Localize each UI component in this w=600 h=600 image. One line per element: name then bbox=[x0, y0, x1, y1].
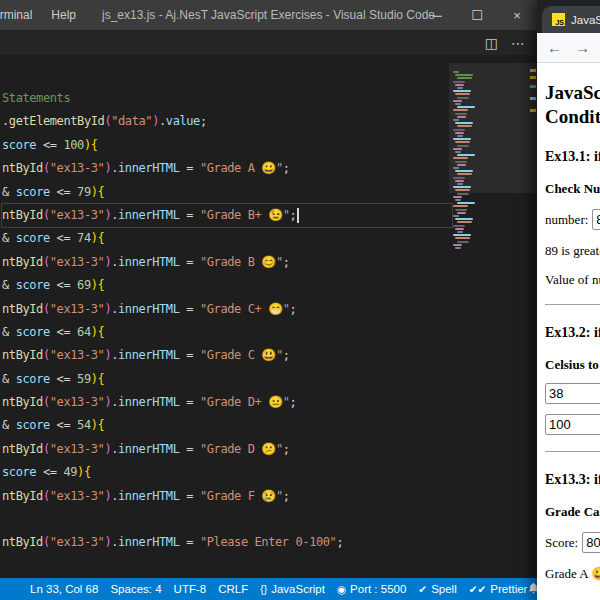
code-editor[interactable]: Statements.getElementById("data").value;… bbox=[0, 57, 537, 578]
minimap-line bbox=[453, 148, 462, 150]
number-label: number: bbox=[545, 212, 588, 228]
status-item[interactable]: ✔✔Prettier bbox=[469, 583, 528, 595]
minimap-line bbox=[453, 205, 468, 207]
score-input[interactable] bbox=[582, 532, 600, 553]
forward-icon[interactable]: → bbox=[575, 39, 590, 56]
minimap-line bbox=[453, 129, 465, 131]
minimap-line bbox=[457, 106, 475, 108]
code-line[interactable]: & score <= 64){ bbox=[2, 321, 452, 344]
minimap-line bbox=[455, 209, 467, 211]
minimap-line bbox=[457, 212, 466, 214]
minimap-line bbox=[453, 234, 471, 236]
code-line[interactable] bbox=[2, 508, 452, 531]
overview-mark bbox=[530, 97, 536, 100]
vscode-window: Terminal Help js_ex13.js - Aj.NesT JavaS… bbox=[0, 0, 537, 600]
code-line[interactable]: ntById("ex13-3").innerHTML = "Grade A 😀"… bbox=[2, 157, 452, 180]
status-item[interactable]: Spaces: 4 bbox=[110, 583, 161, 595]
minimap-line bbox=[453, 100, 462, 102]
maximize-button[interactable]: ☐ bbox=[457, 0, 497, 30]
editor-tab-bar: ◫ ⋯ bbox=[0, 30, 537, 56]
code-line[interactable]: & score <= 79){ bbox=[2, 181, 452, 204]
minimap-line bbox=[455, 122, 473, 124]
more-actions-icon[interactable]: ⋯ bbox=[511, 35, 525, 51]
minimap-line bbox=[457, 145, 469, 147]
minimap-line bbox=[453, 186, 471, 188]
status-item[interactable]: Ln 33, Col 68 bbox=[30, 583, 98, 595]
status-item[interactable]: CRLF bbox=[218, 583, 248, 595]
double-check-icon: ✔✔ bbox=[469, 583, 487, 595]
fahrenheit-input[interactable] bbox=[545, 414, 600, 435]
minimap-line bbox=[455, 84, 464, 86]
ex3-subheading: Grade Calculator bbox=[545, 504, 600, 520]
minimize-button[interactable]: ─ bbox=[417, 0, 457, 30]
score-label: Score: bbox=[545, 535, 578, 551]
code-line[interactable]: ntById("ex13-3").innerHTML = "Grade F 😢"… bbox=[2, 485, 452, 508]
code-line[interactable]: Statements bbox=[2, 87, 452, 110]
minimap[interactable] bbox=[452, 63, 525, 578]
minimap-line bbox=[453, 177, 465, 179]
minimap-line bbox=[455, 161, 467, 163]
minimap-line bbox=[455, 180, 464, 182]
code-line[interactable]: ntById("ex13-3").innerHTML = "Please Ent… bbox=[2, 531, 452, 554]
ex1-result-2: Value of number is 89 bbox=[545, 272, 600, 288]
status-item[interactable]: {}JavaScript bbox=[260, 583, 325, 595]
code-line[interactable]: .getElementById("data").value; bbox=[2, 110, 452, 133]
ex1-heading: Ex13.1: if Statement bbox=[545, 149, 600, 165]
js-favicon-icon: JS bbox=[552, 13, 565, 26]
ex1-subheading: Check Number bbox=[545, 181, 600, 197]
number-input[interactable] bbox=[592, 209, 600, 230]
split-editor-icon[interactable]: ◫ bbox=[485, 35, 498, 51]
minimap-line bbox=[453, 167, 459, 169]
minimap-line bbox=[453, 196, 462, 198]
code-line[interactable]: & score <= 54){ bbox=[2, 414, 452, 437]
overview-ruler bbox=[528, 57, 537, 578]
back-icon[interactable]: ← bbox=[547, 39, 562, 56]
menu-help[interactable]: Help bbox=[50, 6, 77, 24]
code-line[interactable]: & score <= 59){ bbox=[2, 368, 452, 391]
divider bbox=[545, 451, 600, 452]
celsius-input[interactable] bbox=[545, 383, 600, 404]
menu-terminal[interactable]: Terminal bbox=[0, 6, 33, 24]
code-line[interactable]: score <= 100){ bbox=[2, 134, 452, 157]
close-button[interactable]: × bbox=[497, 0, 537, 30]
code-line[interactable]: score <= 49){ bbox=[2, 461, 452, 484]
status-bar: Ln 33, Col 68Spaces: 4UTF-8CRLF{}JavaScr… bbox=[0, 578, 537, 600]
broadcast-icon: ◉ bbox=[337, 583, 346, 595]
browser-tab[interactable]: JS JavaScript Exercises bbox=[542, 6, 600, 33]
code-line[interactable]: ntById("ex13-3").innerHTML = "Grade C+ 😁… bbox=[2, 298, 452, 321]
status-item[interactable]: ◉Port : 5500 bbox=[337, 583, 406, 595]
minimap-line bbox=[455, 218, 473, 220]
minimap-line bbox=[455, 113, 467, 115]
code-line[interactable]: ntById("ex13-3").innerHTML = "Grade C 😃"… bbox=[2, 344, 452, 367]
editor-actions: ◫ ⋯ bbox=[485, 30, 525, 56]
browser-tab-title: JavaScript Exercises bbox=[571, 14, 600, 26]
browser-tab-strip: JS JavaScript Exercises bbox=[537, 0, 600, 33]
status-item[interactable]: UTF-8 bbox=[174, 583, 207, 595]
overview-mark bbox=[530, 69, 536, 72]
code-line[interactable]: & score <= 69){ bbox=[2, 274, 452, 297]
minimap-line bbox=[457, 241, 469, 243]
ex2-subheading: Celsius to Fahrenheit bbox=[545, 357, 600, 373]
minimap-line bbox=[457, 221, 472, 223]
minimap-line bbox=[455, 199, 461, 201]
browser-toolbar: ← → ↻ bbox=[537, 33, 600, 63]
code-line[interactable]: ntById("ex13-3").innerHTML = "Grade D 😕"… bbox=[2, 438, 452, 461]
minimap-line bbox=[453, 81, 465, 83]
overview-mark bbox=[530, 76, 536, 79]
minimap-line bbox=[453, 90, 471, 92]
code-line[interactable]: ntById("ex13-3").innerHTML = "Grade B+ 😉… bbox=[2, 204, 452, 227]
minimap-line bbox=[455, 228, 464, 230]
code-line[interactable]: ntById("ex13-3").innerHTML = "Grade D+ 😐… bbox=[2, 391, 452, 414]
overview-mark bbox=[530, 85, 536, 88]
code-line[interactable]: & score <= 74){ bbox=[2, 227, 452, 250]
minimap-line bbox=[457, 193, 469, 195]
braces-icon: {} bbox=[260, 583, 267, 595]
status-item[interactable]: ✔Spell bbox=[418, 583, 456, 595]
minimap-line bbox=[455, 247, 461, 249]
check-icon: ✔ bbox=[418, 583, 427, 595]
minimap-line bbox=[457, 154, 475, 156]
ex3-heading: Ex13.3: if else if Statement bbox=[545, 472, 600, 488]
code-line[interactable]: ntById("ex13-3").innerHTML = "Grade B 😊"… bbox=[2, 251, 452, 274]
code-lines: Statements.getElementById("data").value;… bbox=[2, 87, 452, 555]
minimap-line bbox=[457, 231, 463, 233]
